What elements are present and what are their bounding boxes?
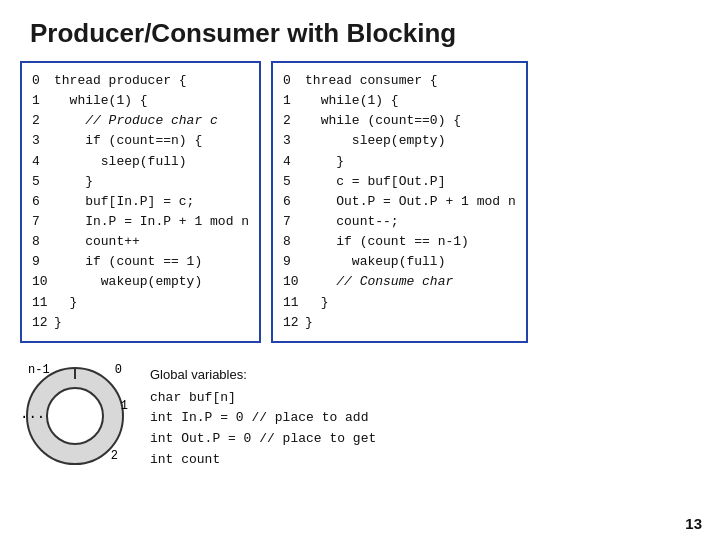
line-text: } [305, 313, 313, 333]
line-number: 5 [32, 172, 54, 192]
producer-line-5: 5 } [32, 172, 249, 192]
consumer-line-3: 3 sleep(empty) [283, 131, 516, 151]
consumer-line-7: 7 count--; [283, 212, 516, 232]
line-number: 10 [283, 272, 305, 292]
consumer-line-6: 6 Out.P = Out.P + 1 mod n [283, 192, 516, 212]
line-text: wakeup(full) [305, 252, 445, 272]
line-number: 12 [283, 313, 305, 333]
line-text: while (count==0) { [305, 111, 461, 131]
line-text: } [305, 152, 344, 172]
line-text: // Consume char [305, 272, 453, 292]
global-vars-line4: int count [150, 450, 376, 471]
line-text: if (count==n) { [54, 131, 202, 151]
consumer-line-0: 0thread consumer { [283, 71, 516, 91]
producer-line-1: 1 while(1) { [32, 91, 249, 111]
producer-line-0: 0thread producer { [32, 71, 249, 91]
line-number: 0 [283, 71, 305, 91]
line-text: thread producer { [54, 71, 187, 91]
consumer-line-2: 2 while (count==0) { [283, 111, 516, 131]
line-text: while(1) { [54, 91, 148, 111]
line-text: // Produce char c [54, 111, 218, 131]
producer-line-10: 10 wakeup(empty) [32, 272, 249, 292]
producer-line-8: 8 count++ [32, 232, 249, 252]
line-number: 9 [32, 252, 54, 272]
line-text: Out.P = Out.P + 1 mod n [305, 192, 516, 212]
line-text: if (count == 1) [54, 252, 202, 272]
line-number: 6 [283, 192, 305, 212]
producer-line-6: 6 buf[In.P] = c; [32, 192, 249, 212]
slide-number: 13 [685, 515, 702, 532]
producer-line-7: 7 In.P = In.P + 1 mod n [32, 212, 249, 232]
title: Producer/Consumer with Blocking [0, 0, 720, 61]
line-number: 4 [283, 152, 305, 172]
line-number: 11 [283, 293, 305, 313]
line-text: wakeup(empty) [54, 272, 202, 292]
ring-label-0: 0 [115, 363, 122, 377]
line-number: 9 [283, 252, 305, 272]
line-text: } [54, 313, 62, 333]
producer-line-3: 3 if (count==n) { [32, 131, 249, 151]
ring-label-1: 1 [121, 399, 128, 413]
producer-line-11: 11 } [32, 293, 249, 313]
svg-point-1 [47, 388, 103, 444]
line-number: 7 [283, 212, 305, 232]
line-text: while(1) { [305, 91, 399, 111]
line-text: } [54, 293, 77, 313]
line-number: 1 [32, 91, 54, 111]
line-number: 3 [283, 131, 305, 151]
ring-label-dots: ... [20, 406, 45, 422]
consumer-line-1: 1 while(1) { [283, 91, 516, 111]
line-text: } [305, 293, 328, 313]
global-vars-line2: int In.P = 0 // place to add [150, 408, 376, 429]
line-text: sleep(full) [54, 152, 187, 172]
line-number: 8 [32, 232, 54, 252]
line-text: } [54, 172, 93, 192]
consumer-code-box: 0thread consumer {1 while(1) {2 while (c… [271, 61, 528, 343]
line-number: 7 [32, 212, 54, 232]
producer-code-box: 0thread producer {1 while(1) {2 // Produ… [20, 61, 261, 343]
line-number: 3 [32, 131, 54, 151]
global-vars-line3: int Out.P = 0 // place to get [150, 429, 376, 450]
consumer-line-9: 9 wakeup(full) [283, 252, 516, 272]
consumer-line-4: 4 } [283, 152, 516, 172]
line-number: 5 [283, 172, 305, 192]
line-text: thread consumer { [305, 71, 438, 91]
line-number: 1 [283, 91, 305, 111]
consumer-line-10: 10 // Consume char [283, 272, 516, 292]
line-number: 8 [283, 232, 305, 252]
line-number: 2 [32, 111, 54, 131]
consumer-line-11: 11 } [283, 293, 516, 313]
ring-label-n1: n-1 [28, 363, 50, 377]
line-text: In.P = In.P + 1 mod n [54, 212, 249, 232]
producer-line-4: 4 sleep(full) [32, 152, 249, 172]
global-vars-header: Global variables: [150, 365, 376, 386]
line-number: 4 [32, 152, 54, 172]
line-text: count--; [305, 212, 399, 232]
producer-line-12: 12} [32, 313, 249, 333]
ring-label-2: 2 [111, 449, 118, 463]
line-text: count++ [54, 232, 140, 252]
line-number: 2 [283, 111, 305, 131]
line-text: c = buf[Out.P] [305, 172, 445, 192]
line-number: 0 [32, 71, 54, 91]
producer-line-2: 2 // Produce char c [32, 111, 249, 131]
line-number: 6 [32, 192, 54, 212]
line-number: 12 [32, 313, 54, 333]
producer-line-9: 9 if (count == 1) [32, 252, 249, 272]
consumer-line-5: 5 c = buf[Out.P] [283, 172, 516, 192]
global-vars-line1: char buf[n] [150, 388, 376, 409]
ring-diagram: n-1 0 1 2 ... [20, 361, 130, 471]
global-variables-section: Global variables: char buf[n] int In.P =… [150, 361, 376, 471]
line-number: 10 [32, 272, 54, 292]
line-text: if (count == n-1) [305, 232, 469, 252]
line-number: 11 [32, 293, 54, 313]
consumer-line-12: 12} [283, 313, 516, 333]
line-text: buf[In.P] = c; [54, 192, 194, 212]
line-text: sleep(empty) [305, 131, 445, 151]
consumer-line-8: 8 if (count == n-1) [283, 232, 516, 252]
